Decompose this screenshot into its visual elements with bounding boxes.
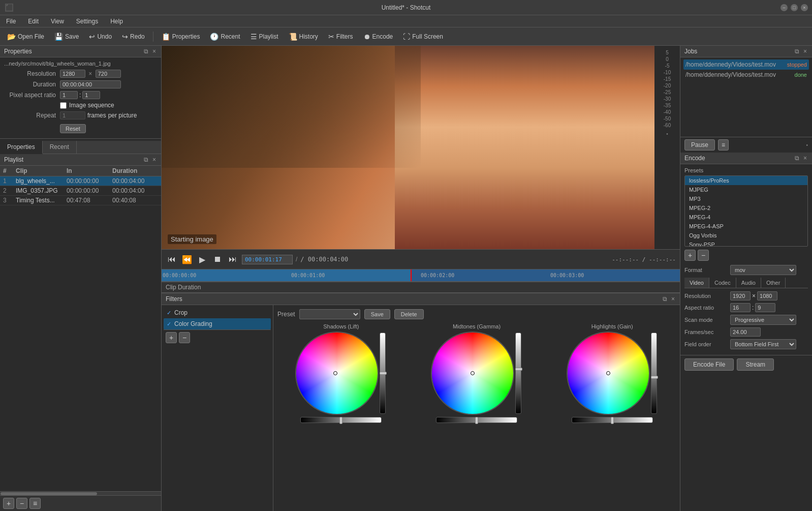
tab-audio[interactable]: Audio bbox=[736, 278, 761, 288]
stop-button[interactable]: ⏹ bbox=[211, 253, 224, 265]
add-item-button[interactable]: + bbox=[3, 498, 14, 509]
shadows-hslider-handle[interactable] bbox=[339, 417, 342, 424]
preset-item[interactable]: MPEG-4-ASP bbox=[685, 222, 807, 231]
encode-file-button[interactable]: Encode File bbox=[684, 358, 734, 371]
tab-recent[interactable]: Recent bbox=[43, 141, 77, 154]
midtones-hslider[interactable] bbox=[436, 417, 517, 423]
rewind-button[interactable]: ⏮ bbox=[166, 253, 178, 265]
resolution-height-input[interactable] bbox=[96, 70, 121, 78]
shadows-slider-handle[interactable] bbox=[380, 372, 387, 375]
recent-button[interactable]: 🕐 Recent bbox=[206, 31, 244, 42]
menu-button[interactable]: ≡ bbox=[29, 498, 41, 509]
aspect-h-input[interactable] bbox=[82, 91, 100, 99]
enc-field-select[interactable]: Bottom Field First bbox=[730, 339, 796, 349]
menu-view[interactable]: View bbox=[49, 17, 66, 26]
playlist-close-button[interactable]: × bbox=[151, 156, 157, 163]
preset-item[interactable]: MJPEG bbox=[685, 185, 807, 194]
menu-settings[interactable]: Settings bbox=[74, 17, 100, 26]
preset-item[interactable]: MP3 bbox=[685, 194, 807, 203]
undo-button[interactable]: ↩ Undo bbox=[85, 31, 116, 42]
next-frame-button[interactable]: ⏭ bbox=[227, 253, 239, 265]
remove-item-button[interactable]: − bbox=[16, 498, 27, 509]
highlights-dot[interactable] bbox=[606, 371, 610, 375]
properties-button[interactable]: 📋 Properties bbox=[158, 31, 204, 42]
history-button[interactable]: 📜 History bbox=[285, 31, 322, 42]
filters-button[interactable]: ✂ Filters bbox=[324, 31, 357, 42]
enc-resolution-w[interactable] bbox=[730, 291, 751, 300]
encode-button[interactable]: ⏺ Encode bbox=[359, 31, 397, 42]
list-item[interactable]: 2 IMG_0357.JPG 00:00:00:00 00:00:04:00 bbox=[0, 186, 161, 196]
filter-delete-button[interactable]: Delete bbox=[394, 309, 424, 319]
highlights-slider-handle[interactable] bbox=[651, 376, 658, 379]
midtones-slider-handle[interactable] bbox=[515, 368, 522, 371]
highlights-hslider[interactable] bbox=[572, 417, 653, 423]
encode-float-button[interactable]: ⧉ bbox=[794, 155, 800, 162]
highlights-color-wheel[interactable] bbox=[568, 333, 649, 414]
ruler-track[interactable]: 00:00:00:00 00:00:01:00 00:00:02:00 00:0… bbox=[162, 269, 680, 281]
remove-filter-button[interactable]: − bbox=[179, 332, 190, 343]
open-file-button[interactable]: 📂 Open File bbox=[3, 31, 48, 42]
playlist-button[interactable]: ☰ Playlist bbox=[246, 31, 283, 42]
midtones-color-wheel[interactable] bbox=[432, 333, 513, 414]
preset-item[interactable]: lossless/ProRes bbox=[685, 176, 807, 185]
shadows-hslider[interactable] bbox=[300, 417, 382, 423]
timeline-ruler[interactable]: 00:00:00:00 00:00:01:00 00:00:02:00 00:0… bbox=[162, 269, 680, 282]
enc-fps-input[interactable] bbox=[730, 327, 761, 337]
job-item[interactable]: /home/ddennedy/Videos/test.mov stopped bbox=[683, 59, 809, 70]
audio-menu-button[interactable]: ≡ bbox=[718, 139, 729, 151]
tab-video[interactable]: Video bbox=[684, 278, 709, 288]
enc-aspect-w[interactable] bbox=[730, 303, 751, 312]
preset-item[interactable]: MPEG-4 bbox=[685, 213, 807, 222]
midtones-slider[interactable] bbox=[515, 333, 521, 414]
playlist-scrollbar[interactable] bbox=[0, 491, 161, 495]
properties-float-button[interactable]: ⧉ bbox=[143, 48, 149, 55]
highlights-hslider-handle[interactable] bbox=[611, 417, 614, 424]
filter-save-button[interactable]: Save bbox=[364, 309, 390, 319]
shadows-dot[interactable] bbox=[333, 371, 337, 375]
enc-resolution-h[interactable] bbox=[757, 291, 777, 300]
jobs-close-button[interactable]: × bbox=[802, 48, 808, 55]
midtones-dot[interactable] bbox=[471, 371, 475, 375]
duration-input[interactable] bbox=[60, 80, 121, 88]
midtones-hslider-handle[interactable] bbox=[475, 417, 478, 424]
save-button[interactable]: 💾 Save bbox=[50, 31, 83, 42]
aspect-w-input[interactable] bbox=[60, 91, 78, 99]
pause-button[interactable]: Pause bbox=[684, 139, 715, 151]
shadows-slider[interactable] bbox=[380, 333, 386, 414]
shadows-color-wheel[interactable] bbox=[296, 333, 378, 414]
timecode-input[interactable] bbox=[242, 255, 293, 264]
tab-codec[interactable]: Codec bbox=[709, 278, 736, 288]
resolution-width-input[interactable] bbox=[60, 70, 85, 78]
filters-close-button[interactable]: × bbox=[670, 295, 676, 303]
enc-aspect-h[interactable] bbox=[755, 303, 775, 312]
remove-preset-button[interactable]: − bbox=[698, 250, 709, 261]
menu-help[interactable]: Help bbox=[108, 17, 125, 26]
list-item[interactable]: 1 blg_wheels_... 00:00:00:00 00:00:04:00 bbox=[0, 176, 161, 186]
preset-select[interactable] bbox=[299, 309, 360, 319]
filter-color-grading[interactable]: ✓ Color Grading bbox=[164, 318, 271, 329]
playlist-float-button[interactable]: ⧉ bbox=[143, 156, 149, 163]
redo-button[interactable]: ↪ Redo bbox=[118, 31, 149, 42]
fullscreen-button[interactable]: ⛶ Full Screen bbox=[399, 31, 447, 42]
job-item[interactable]: /home/ddennedy/Videos/test.mov done bbox=[683, 70, 809, 80]
preset-item[interactable]: Ogg Vorbis bbox=[685, 231, 807, 240]
format-select[interactable]: mov bbox=[730, 265, 796, 275]
reset-button[interactable]: Reset bbox=[60, 124, 86, 133]
image-sequence-checkbox[interactable] bbox=[60, 102, 67, 109]
menu-file[interactable]: File bbox=[4, 17, 18, 26]
filters-float-button[interactable]: ⧉ bbox=[662, 295, 668, 303]
jobs-float-button[interactable]: ⧉ bbox=[794, 48, 800, 55]
preset-item[interactable]: Sony-PSP bbox=[685, 240, 807, 247]
minimize-button[interactable]: – bbox=[780, 4, 788, 11]
tab-other[interactable]: Other bbox=[761, 278, 786, 288]
prev-frame-button[interactable]: ⏪ bbox=[181, 253, 193, 265]
menu-edit[interactable]: Edit bbox=[26, 17, 41, 26]
add-filter-button[interactable]: + bbox=[166, 332, 177, 343]
tab-properties[interactable]: Properties bbox=[0, 141, 43, 154]
add-preset-button[interactable]: + bbox=[684, 250, 696, 261]
preset-item[interactable]: MPEG-2 bbox=[685, 203, 807, 213]
close-button[interactable]: × bbox=[801, 4, 808, 11]
stream-button[interactable]: Stream bbox=[737, 358, 774, 371]
encode-close-button[interactable]: × bbox=[802, 155, 808, 162]
filter-crop[interactable]: ✓ Crop bbox=[164, 307, 271, 318]
